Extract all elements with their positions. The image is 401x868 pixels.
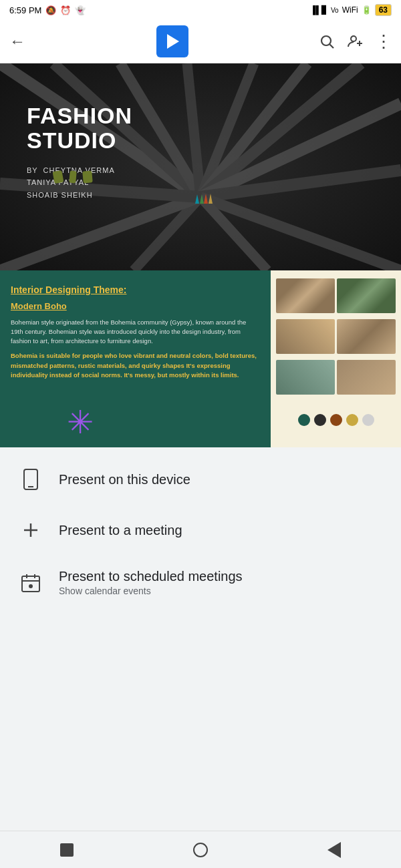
battery-level: 63	[375, 4, 392, 16]
slide1-decoration	[53, 171, 92, 183]
search-icon	[319, 33, 335, 49]
boho-img-6	[337, 360, 396, 395]
present-device-text: Present on this device	[59, 472, 190, 487]
bottom-spacer	[0, 616, 401, 663]
present-meeting-text: Present to a meeting	[59, 523, 182, 538]
deco-dot-1	[53, 170, 64, 184]
nav-circle-button[interactable]	[193, 843, 208, 857]
present-scheduled-label: Present to scheduled meetings	[59, 569, 243, 584]
present-scheduled-item[interactable]: Present to scheduled meetings Show calen…	[0, 556, 401, 610]
nav-square-icon	[60, 843, 74, 857]
present-device-item[interactable]: Present on this device	[0, 454, 401, 505]
present-scheduled-sublabel: Show calendar events	[59, 586, 243, 596]
nav-circle-icon	[193, 843, 208, 857]
present-meeting-label: Present to a meeting	[59, 523, 182, 538]
status-right: ▐▌▊ Vo WiFi 🔋 63	[310, 4, 392, 16]
nav-back-button[interactable]	[327, 842, 341, 858]
play-button[interactable]	[156, 25, 188, 57]
slide1-preview: FASHIONSTUDIO BY CHEYTNA VERMA TANIYA PA…	[0, 63, 401, 270]
status-time: 6:59 PM	[9, 5, 41, 15]
slide2-heading: Interior Designing Theme:	[11, 284, 260, 297]
color-dot-3	[330, 414, 342, 426]
color-dot-4	[346, 414, 358, 426]
slide2-body1: Bohemian style originated from the Bohem…	[11, 318, 260, 347]
calendar-icon	[19, 571, 43, 595]
slide2-subheading: Modern Boho	[11, 301, 260, 311]
present-scheduled-text: Present to scheduled meetings Show calen…	[59, 569, 243, 596]
bottom-nav	[0, 831, 401, 868]
slide2-image-grid	[271, 270, 401, 447]
deco-dot-3	[82, 170, 93, 183]
alarm-off-icon: 🔕	[45, 5, 56, 15]
slide2-body2: Bohemia is suitable for people who love	[11, 352, 134, 359]
signal-icon: ▐▌▊	[310, 5, 327, 15]
present-device-label: Present on this device	[59, 472, 190, 487]
color-dot-2	[314, 414, 326, 426]
add-person-icon	[347, 33, 363, 49]
plus-icon	[19, 518, 43, 542]
slide2-preview: Interior Designing Theme: Modern Boho Bo…	[0, 270, 401, 447]
slide2-content-left: Interior Designing Theme: Modern Boho Bo…	[0, 270, 271, 447]
svg-point-0	[321, 36, 331, 45]
svg-point-31	[29, 584, 33, 588]
boho-img-5	[276, 360, 335, 395]
svg-line-1	[330, 45, 334, 49]
slide1-text: FASHIONSTUDIO BY CHEYTNA VERMA TANIYA PA…	[27, 103, 132, 202]
snapchat-icon: 👻	[75, 5, 86, 15]
present-meeting-item[interactable]: Present to a meeting	[0, 505, 401, 556]
alarm-icon: ⏰	[60, 5, 71, 15]
nav-square-button[interactable]	[60, 843, 74, 857]
status-left: 6:59 PM 🔕 ⏰ 👻	[9, 5, 86, 15]
vo-icon: Vo	[331, 7, 339, 14]
boho-color-palette	[276, 401, 396, 439]
present-menu: Present on this device Present to a meet…	[0, 447, 401, 616]
slide1-author3: SHOAIB SHEIKH	[27, 189, 132, 202]
boho-star-decoration: ✳	[67, 403, 94, 441]
more-button[interactable]: ⋮	[375, 31, 392, 52]
color-dot-5	[362, 414, 374, 426]
svg-point-2	[351, 36, 356, 41]
boho-img-2	[337, 278, 396, 313]
deco-dot-2	[69, 170, 77, 183]
svg-rect-27	[22, 576, 39, 592]
slide1-title: FASHIONSTUDIO	[27, 103, 132, 154]
play-icon	[167, 34, 179, 49]
app-bar-actions: ⋮	[319, 31, 392, 52]
app-bar: ← ⋮	[0, 20, 401, 63]
search-button[interactable]	[319, 33, 335, 49]
boho-img-3	[276, 319, 335, 354]
wifi-icon: WiFi	[342, 5, 358, 15]
back-button[interactable]: ←	[9, 32, 25, 51]
add-person-button[interactable]	[347, 33, 363, 49]
status-bar: 6:59 PM 🔕 ⏰ 👻 ▐▌▊ Vo WiFi 🔋 63	[0, 0, 401, 20]
device-icon	[19, 467, 43, 491]
slide2-highlight: Bohemia is suitable for people who love …	[11, 351, 260, 380]
color-dot-1	[298, 414, 310, 426]
battery-icon: 🔋	[362, 5, 372, 15]
boho-img-1	[276, 278, 335, 313]
nav-triangle-icon	[327, 842, 341, 858]
boho-img-4	[337, 319, 396, 354]
